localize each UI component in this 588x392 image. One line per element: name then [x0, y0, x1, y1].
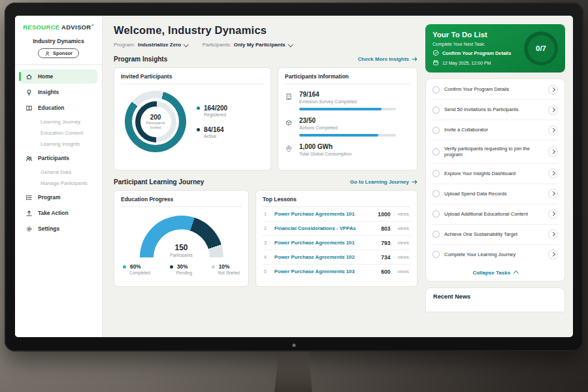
- building-icon: [285, 91, 293, 110]
- task-open-button[interactable]: [548, 229, 558, 239]
- task-open-button[interactable]: [548, 125, 558, 135]
- task-row-0[interactable]: Confirm Your Program Details: [432, 80, 559, 100]
- people-icon: [25, 154, 33, 162]
- home-icon: [25, 73, 33, 80]
- invited-participants-card: Invited Participants 200 Participants In…: [114, 67, 271, 171]
- info-label: Emission Survey Completed: [299, 99, 396, 104]
- lightbulb-icon: [25, 88, 33, 96]
- legend-value: 164/200: [204, 105, 227, 112]
- task-checkbox[interactable]: [433, 231, 440, 238]
- sponsor-badge[interactable]: Sponsor: [38, 48, 79, 58]
- task-row-4[interactable]: Explore Your Insights Dashboard: [432, 164, 559, 184]
- sidebar-item-manage-participants[interactable]: Manage Participants: [20, 178, 97, 189]
- link-label: Check More Insights: [358, 56, 409, 62]
- task-open-button[interactable]: [548, 209, 558, 219]
- sidebar-item-education[interactable]: Education: [20, 101, 97, 115]
- task-row-5[interactable]: Upload Spend Data Records: [432, 184, 559, 204]
- todo-due-label: 12 May 2025, 12:00 PM: [442, 61, 491, 65]
- task-row-7[interactable]: Achieve One Sustainability Target: [432, 225, 559, 245]
- sidebar-item-program[interactable]: Program: [20, 190, 97, 204]
- participants-filter[interactable]: Participants: Only My Participants: [203, 42, 293, 48]
- todo-progress-ring: 0/7: [524, 31, 558, 65]
- lesson-row: 5 Power Purchase Agreements 103 600 view…: [263, 265, 410, 278]
- task-label: Upload Spend Data Records: [444, 191, 544, 197]
- lesson-link[interactable]: Financial Considerations - VPPAs: [274, 225, 376, 231]
- info-body: 1,000 GWh Total Global Consumption: [299, 143, 351, 156]
- task-checkbox[interactable]: [433, 170, 440, 177]
- sidebar-item-home[interactable]: Home: [20, 69, 97, 84]
- task-checkbox[interactable]: [433, 210, 440, 218]
- task-open-button[interactable]: [548, 105, 558, 115]
- task-label: Complete Your Learning Journey: [444, 252, 544, 258]
- sidebar-item-education-content[interactable]: Education Content: [20, 127, 97, 139]
- task-label: Invite a Collaborator: [444, 127, 544, 133]
- task-open-button[interactable]: [548, 169, 558, 178]
- sidebar-item-learning-insights[interactable]: Learning Insights: [20, 139, 97, 150]
- task-open-button[interactable]: [548, 189, 558, 199]
- sidebar-item-settings[interactable]: Settings: [20, 221, 97, 236]
- sidebar-item-general-data[interactable]: General Data: [20, 167, 97, 178]
- insights-cards-row: Invited Participants 200 Participants In…: [114, 67, 417, 171]
- monitor-stand: [274, 349, 312, 392]
- power-led: [293, 344, 296, 347]
- info-value: 79/164: [299, 91, 396, 98]
- participants-filter-label: Participants:: [203, 42, 231, 48]
- lesson-link[interactable]: Power Purchase Agreements 101: [274, 240, 376, 246]
- section-title: Program Insights: [114, 56, 167, 63]
- task-open-button[interactable]: [548, 147, 558, 157]
- task-row-1[interactable]: Send 50 Invitations to Participants: [432, 100, 559, 120]
- chevron-right-icon: [551, 128, 555, 132]
- todo-task-list: Confirm Your Program Details Send 50 Inv…: [425, 78, 565, 282]
- program-filter-label: Program:: [114, 42, 135, 48]
- lesson-link[interactable]: Power Purchase Agreements 103: [274, 269, 376, 274]
- task-row-6[interactable]: Upload Additional Educational Content: [432, 204, 559, 225]
- main-content: Welcome, Industry Dynamics Program: Indu…: [103, 16, 425, 337]
- todo-title: Your To Do List: [433, 31, 519, 39]
- lesson-row: 2 Financial Considerations - VPPAs 803 v…: [263, 221, 410, 236]
- sidebar-item-label: Take Action: [38, 210, 69, 216]
- task-checkbox[interactable]: [433, 190, 440, 197]
- task-checkbox[interactable]: [433, 251, 440, 258]
- legend-value: 84/164: [204, 126, 224, 133]
- lesson-views: 793: [381, 240, 390, 246]
- chevron-right-icon: [551, 108, 555, 112]
- task-row-2[interactable]: Invite a Collaborator: [432, 120, 559, 140]
- todo-next-task[interactable]: Confirm Your Program Details: [433, 50, 519, 56]
- program-insights-header: Program Insights Check More Insights: [114, 56, 417, 63]
- task-open-button[interactable]: [548, 250, 558, 259]
- lesson-views: 734: [381, 254, 390, 261]
- collapse-tasks-link[interactable]: Collapse Tasks: [432, 265, 559, 281]
- lesson-link[interactable]: Power Purchase Agreements 102: [274, 254, 376, 260]
- task-row-8[interactable]: Complete Your Learning Journey: [432, 245, 559, 265]
- legend-item-registered: 164/200 Registered: [197, 105, 227, 117]
- todo-progress-value: 0/7: [528, 35, 555, 62]
- todo-next-task-label: Confirm Your Program Details: [442, 50, 511, 56]
- task-checkbox[interactable]: [433, 148, 440, 155]
- go-to-learning-journey-link[interactable]: Go to Learning Journey: [350, 179, 417, 185]
- todo-subtitle: Complete Your Next Task:: [433, 42, 519, 46]
- sponsor-badge-label: Sponsor: [53, 50, 73, 56]
- check-more-insights-link[interactable]: Check More Insights: [358, 56, 417, 62]
- card-title: Invited Participants: [121, 73, 264, 84]
- gear-icon: [25, 225, 33, 233]
- task-checkbox[interactable]: [433, 127, 440, 134]
- task-row-3[interactable]: Verify participants requesting to join t…: [432, 140, 559, 164]
- scene: RESOURCE ADVISOR+ Industry Dynamics Spon…: [0, 0, 588, 392]
- lesson-row: 4 Power Purchase Agreements 102 734 view…: [263, 250, 410, 265]
- sidebar-item-take-action[interactable]: Take Action: [20, 206, 97, 220]
- task-checkbox[interactable]: [433, 106, 440, 114]
- task-checkbox[interactable]: [433, 86, 440, 93]
- program-filter[interactable]: Program: Industrialize Zero: [114, 42, 188, 48]
- lesson-views: 803: [381, 225, 390, 232]
- chevron-right-icon: [551, 252, 555, 256]
- sidebar-item-participants[interactable]: Participants: [20, 151, 97, 165]
- education-legend: 60% Completed 30% Pending 10%: [121, 259, 242, 275]
- info-body: 23/50 Actions Completed: [299, 117, 396, 137]
- donut-center-label: Participants Invited: [144, 121, 167, 129]
- lesson-row: 1 Power Purchase Agreements 101 1000 vie…: [263, 207, 410, 221]
- sidebar-item-insights[interactable]: Insights: [20, 85, 97, 99]
- task-open-button[interactable]: [548, 85, 558, 95]
- sidebar-item-learning-journey[interactable]: Learning Journey: [20, 116, 97, 127]
- info-row-consumption: 1,000 GWh Total Global Consumption: [285, 143, 410, 156]
- lesson-link[interactable]: Power Purchase Agreements 101: [274, 211, 372, 217]
